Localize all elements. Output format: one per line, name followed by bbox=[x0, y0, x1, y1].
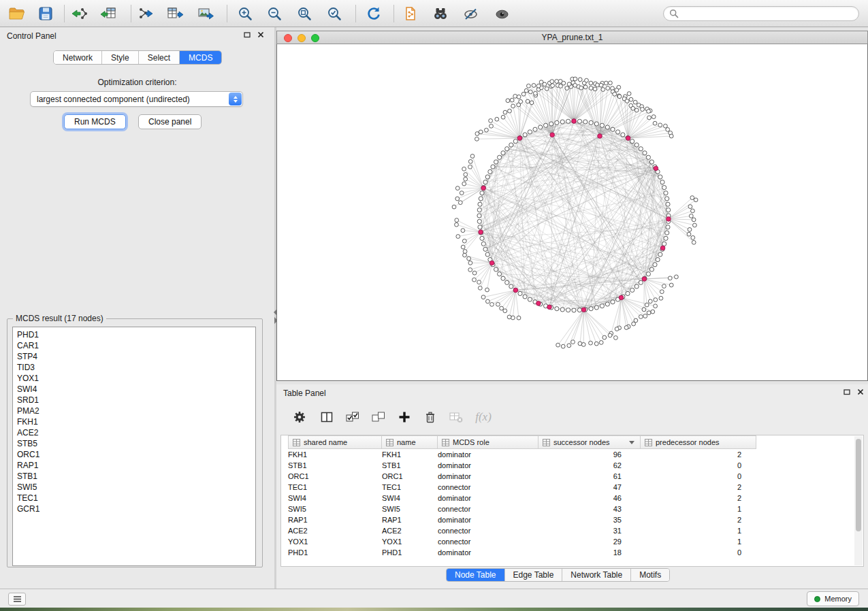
network-node[interactable] bbox=[477, 280, 481, 284]
network-node[interactable] bbox=[687, 232, 691, 236]
network-node[interactable] bbox=[567, 82, 571, 86]
network-node[interactable] bbox=[648, 299, 652, 303]
close-icon[interactable] bbox=[257, 31, 264, 38]
network-node[interactable] bbox=[496, 302, 500, 306]
network-node[interactable] bbox=[460, 191, 464, 195]
table-scrollbar[interactable] bbox=[854, 436, 863, 565]
close-icon[interactable] bbox=[857, 389, 864, 395]
network-node[interactable] bbox=[630, 288, 634, 292]
network-node[interactable] bbox=[513, 288, 518, 293]
network-node[interactable] bbox=[501, 151, 505, 155]
table-row[interactable]: RAP1RAP1dominator352 bbox=[281, 514, 853, 525]
network-node[interactable] bbox=[594, 122, 598, 126]
refresh-button[interactable] bbox=[364, 3, 384, 24]
network-node[interactable] bbox=[560, 120, 564, 124]
network-node[interactable] bbox=[647, 116, 652, 120]
network-node[interactable] bbox=[479, 197, 483, 201]
network-node[interactable] bbox=[507, 315, 511, 319]
network-node[interactable] bbox=[543, 82, 547, 86]
mcds-result-item[interactable]: STB1 bbox=[13, 471, 255, 482]
mcds-result-item[interactable]: YOX1 bbox=[13, 373, 255, 384]
zoom-fit-button[interactable] bbox=[294, 3, 315, 24]
network-node[interactable] bbox=[624, 326, 628, 330]
tab-select[interactable]: Select bbox=[139, 51, 180, 64]
network-node[interactable] bbox=[666, 202, 670, 206]
window-close-button[interactable] bbox=[284, 34, 292, 42]
network-node[interactable] bbox=[505, 147, 509, 151]
tab-style[interactable]: Style bbox=[102, 51, 139, 64]
network-node[interactable] bbox=[472, 271, 477, 275]
network-node[interactable] bbox=[585, 78, 589, 82]
network-node[interactable] bbox=[478, 202, 482, 206]
network-node[interactable] bbox=[480, 191, 484, 195]
network-node[interactable] bbox=[634, 108, 639, 112]
table-row[interactable]: PHD1PHD1dominator180 bbox=[281, 547, 853, 558]
network-node[interactable] bbox=[463, 253, 467, 257]
network-node[interactable] bbox=[495, 117, 499, 121]
network-node[interactable] bbox=[517, 136, 522, 141]
network-node[interactable] bbox=[594, 342, 598, 346]
network-node[interactable] bbox=[462, 182, 466, 186]
show-columns-button[interactable] bbox=[316, 406, 338, 428]
network-node[interactable] bbox=[513, 95, 517, 99]
network-node[interactable] bbox=[468, 165, 472, 169]
network-node[interactable] bbox=[536, 84, 541, 88]
network-node[interactable] bbox=[485, 252, 489, 257]
network-node[interactable] bbox=[468, 268, 472, 272]
network-node[interactable] bbox=[461, 229, 465, 233]
mcds-result-list[interactable]: PHD1CAR1STP4TID3YOX1SWI4SRD1PMA2FKH1ACE2… bbox=[12, 327, 256, 566]
network-node[interactable] bbox=[649, 160, 654, 164]
network-node[interactable] bbox=[617, 95, 622, 99]
network-node[interactable] bbox=[513, 139, 517, 144]
network-node[interactable] bbox=[475, 137, 479, 141]
network-node[interactable] bbox=[578, 78, 582, 82]
network-node[interactable] bbox=[666, 208, 671, 212]
network-node[interactable] bbox=[555, 307, 559, 311]
network-node[interactable] bbox=[594, 306, 598, 310]
network-node[interactable] bbox=[464, 177, 468, 181]
network-node[interactable] bbox=[589, 120, 593, 125]
network-node[interactable] bbox=[658, 123, 662, 127]
network-node[interactable] bbox=[485, 175, 489, 179]
add-column-button[interactable] bbox=[393, 406, 415, 428]
export-image-button[interactable] bbox=[196, 3, 216, 24]
network-node[interactable] bbox=[480, 236, 484, 240]
network-node[interactable] bbox=[528, 90, 532, 94]
network-node[interactable] bbox=[470, 154, 475, 159]
chevron-down-icon[interactable] bbox=[629, 441, 634, 444]
network-node[interactable] bbox=[477, 208, 481, 212]
network-node[interactable] bbox=[461, 245, 465, 249]
network-node[interactable] bbox=[481, 186, 486, 191]
network-node[interactable] bbox=[665, 231, 669, 235]
network-node[interactable] bbox=[656, 258, 660, 262]
network-node[interactable] bbox=[639, 315, 643, 319]
network-node[interactable] bbox=[639, 147, 643, 151]
network-node[interactable] bbox=[616, 130, 620, 134]
network-node[interactable] bbox=[664, 191, 668, 195]
table-row[interactable]: TEC1TEC1connector472 bbox=[281, 482, 853, 493]
export-table-button[interactable] bbox=[165, 3, 186, 24]
network-node[interactable] bbox=[664, 236, 668, 240]
network-node[interactable] bbox=[662, 242, 666, 246]
network-node[interactable] bbox=[666, 128, 670, 132]
network-node[interactable] bbox=[627, 92, 631, 96]
network-node[interactable] bbox=[511, 104, 515, 108]
run-mcds-button[interactable]: Run MCDS bbox=[64, 114, 126, 129]
network-node[interactable] bbox=[643, 314, 647, 318]
network-node[interactable] bbox=[479, 130, 483, 134]
network-node[interactable] bbox=[549, 122, 553, 126]
network-node[interactable] bbox=[600, 123, 604, 127]
network-node[interactable] bbox=[691, 235, 695, 240]
network-node[interactable] bbox=[615, 327, 619, 331]
network-node[interactable] bbox=[510, 98, 514, 102]
network-node[interactable] bbox=[608, 333, 612, 337]
copy-view-button[interactable] bbox=[400, 3, 421, 24]
network-node[interactable] bbox=[562, 81, 566, 85]
network-node[interactable] bbox=[509, 284, 513, 288]
task-history-button[interactable] bbox=[8, 593, 26, 606]
window-minimize-button[interactable] bbox=[298, 34, 306, 42]
import-table-button[interactable] bbox=[98, 3, 118, 24]
network-node[interactable] bbox=[519, 99, 523, 103]
network-node[interactable] bbox=[598, 134, 602, 139]
network-node[interactable] bbox=[625, 99, 629, 103]
